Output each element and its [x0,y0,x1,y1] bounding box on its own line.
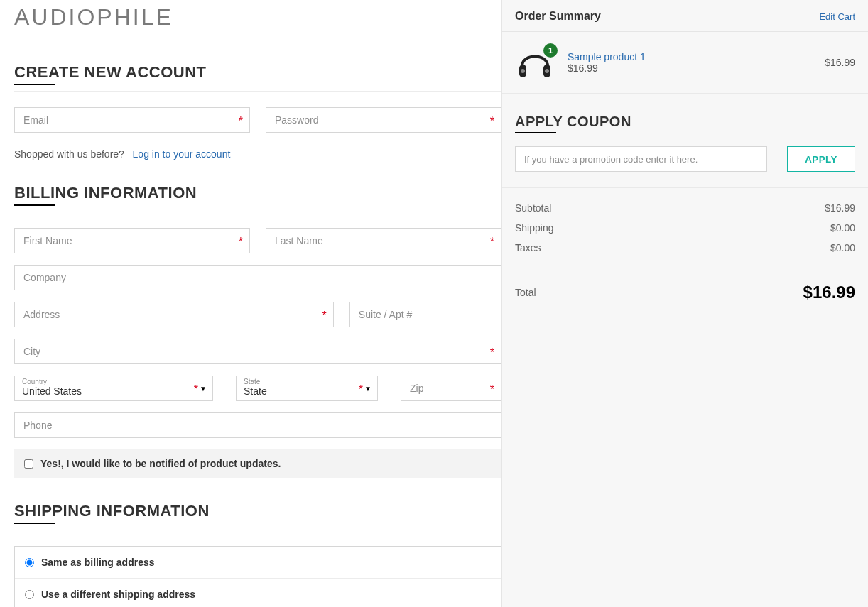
taxes-label: Taxes [515,242,541,253]
required-icon: * [194,383,198,396]
company-field[interactable] [14,265,501,290]
chevron-down-icon: ▼ [364,385,371,393]
shipping-title: SHIPPING INFORMATION [14,502,501,520]
zip-field[interactable] [401,376,501,401]
state-value: State [244,385,357,398]
ship-diff-radio[interactable] [25,590,34,599]
cart-item-price: $16.99 [568,62,646,74]
ship-different-option[interactable]: Use a different shipping address [15,578,501,607]
edit-cart-link[interactable]: Edit Cart [819,11,855,22]
country-value: United States [22,385,192,398]
ship-same-label: Same as billing address [41,557,155,568]
divider [14,530,501,530]
country-mini-label: Country [22,378,192,385]
title-underline [14,204,55,206]
apply-coupon-button[interactable]: APPLY [787,146,855,172]
coupon-title: APPLY COUPON [515,114,855,130]
email-field[interactable] [14,107,250,133]
subtotal-value: $16.99 [825,202,855,214]
shopped-before-text: Shopped with us before? [14,148,124,160]
create-account-title: CREATE NEW ACCOUNT [14,63,501,82]
notify-checkbox[interactable] [24,459,33,469]
suite-field[interactable] [349,302,501,327]
total-value: $16.99 [803,283,855,302]
billing-title: BILLING INFORMATION [14,184,501,202]
state-select[interactable]: State State * ▼ [236,376,378,401]
notify-updates-row[interactable]: Yes!, I would like to be notified of pro… [14,449,501,478]
cart-item-line-total: $16.99 [825,57,855,68]
last-name-field[interactable] [266,228,501,253]
address-field[interactable] [14,302,334,327]
login-helper: Shopped with us before? Log in to your a… [14,148,501,160]
title-underline [14,523,55,524]
logo: AUDIOPHILE [14,0,501,39]
shipping-value: $0.00 [830,222,855,234]
password-field[interactable] [266,107,501,133]
cart-item-name[interactable]: Sample product 1 [568,51,646,62]
svg-point-3 [545,69,549,73]
ship-same-radio[interactable] [25,558,34,567]
svg-point-2 [521,69,525,73]
phone-field[interactable] [14,412,501,438]
login-link[interactable]: Log in to your account [133,148,231,160]
cart-item: 1 Sample product 1 $16.99 $16.99 [502,32,868,94]
subtotal-label: Subtotal [515,202,551,214]
first-name-field[interactable] [14,228,250,253]
taxes-value: $0.00 [830,242,855,253]
title-underline [515,132,556,133]
shipping-options: Same as billing address Use a different … [14,546,501,607]
divider [515,268,855,268]
divider [14,212,501,212]
quantity-badge: 1 [543,43,558,58]
divider [14,91,501,92]
state-mini-label: State [244,378,357,385]
shipping-label: Shipping [515,222,554,234]
chevron-down-icon: ▼ [200,385,207,393]
ship-diff-label: Use a different shipping address [41,589,195,600]
coupon-input[interactable] [515,146,767,172]
city-field[interactable] [14,339,501,364]
total-label: Total [515,287,536,298]
order-summary-title: Order Summary [515,10,601,23]
product-thumbnail: 1 [515,45,555,80]
title-underline [14,84,55,85]
required-icon: * [359,383,363,396]
ship-same-option[interactable]: Same as billing address [15,547,501,578]
notify-label: Yes!, I would like to be notified of pro… [40,458,281,469]
country-select[interactable]: Country United States * ▼ [14,376,213,401]
